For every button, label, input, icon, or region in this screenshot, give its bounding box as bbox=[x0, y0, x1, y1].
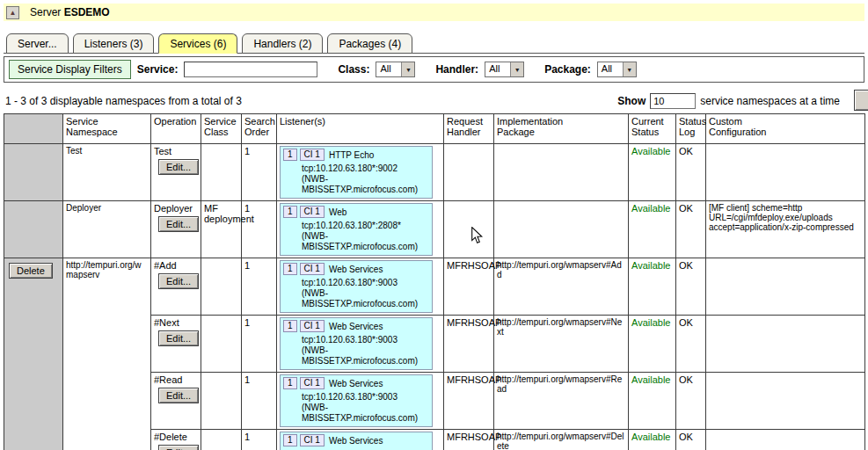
implementation-package-cell: http://tempuri.org/wmapserv#Add bbox=[494, 258, 629, 316]
service-row: TestTestEdit...11CI 1HTTP Echotcp:10.120… bbox=[4, 144, 865, 201]
tab-server[interactable]: Server... bbox=[6, 33, 69, 54]
tab-handlers-2[interactable]: Handlers (2) bbox=[242, 33, 323, 54]
listener-number: 1 bbox=[283, 434, 297, 446]
filter-bar: Service Display Filters Service: Class: … bbox=[4, 56, 864, 83]
search-order-cell: 1 bbox=[242, 430, 277, 450]
current-status-cell: Available bbox=[629, 373, 676, 430]
column-header: Listener(s) bbox=[277, 114, 444, 144]
listener-box: 1CI 1Webtcp:10.120.63.180*:2808*(NWB-MBI… bbox=[280, 203, 433, 256]
request-handler-cell: MFRHSOAP bbox=[444, 430, 494, 450]
show-count-input[interactable] bbox=[650, 93, 696, 109]
column-header: Implementation Package bbox=[494, 114, 629, 144]
edit-button[interactable]: Edit... bbox=[158, 445, 199, 450]
listener-number: 1 bbox=[283, 149, 297, 161]
column-header: Custom Configuration bbox=[706, 114, 865, 144]
table-body: TestTestEdit...11CI 1HTTP Echotcp:10.120… bbox=[4, 144, 865, 450]
listener-top-row: 1CI 1Web Services bbox=[283, 377, 429, 389]
operation-cell: #NextEdit... bbox=[151, 316, 201, 373]
listener-ci: CI 1 bbox=[300, 263, 325, 275]
listener-cell: 1CI 1Web Servicestcp:10.120.63.180*:9003… bbox=[277, 373, 444, 430]
status-log-cell: OK bbox=[676, 373, 706, 430]
listener-name: Web bbox=[327, 207, 346, 217]
custom-configuration-cell bbox=[706, 373, 865, 430]
listener-name: HTTP Echo bbox=[327, 150, 375, 160]
listener-host: (NWB-MBISSETXP.microfocus.com) bbox=[302, 174, 429, 195]
operation-cell: TestEdit... bbox=[151, 144, 201, 201]
services-table: Service NamespaceOperationService ClassS… bbox=[4, 113, 865, 450]
listener-name: Web Services bbox=[327, 322, 383, 331]
service-filter-label: Service: bbox=[137, 63, 179, 76]
service-namespace-cell: Deployer bbox=[63, 201, 151, 258]
operation-name: #Read bbox=[154, 374, 198, 385]
chevron-down-icon: ▼ bbox=[510, 62, 523, 76]
service-class-cell bbox=[201, 258, 242, 316]
custom-configuration-cell bbox=[706, 258, 865, 316]
package-filter-value: All bbox=[598, 62, 623, 76]
operation-name: Deployer bbox=[154, 203, 198, 214]
custom-configuration-cell bbox=[706, 144, 865, 201]
request-handler-cell: MFRHSOAP bbox=[444, 373, 494, 430]
current-status-cell: Available bbox=[629, 201, 676, 258]
listener-box: 1CI 1Web Servicestcp:10.120.63.180*:9003… bbox=[280, 317, 433, 370]
listener-name: Web Services bbox=[327, 265, 383, 274]
listener-box: 1CI 1HTTP Echotcp:10.120.63.180*:9002(NW… bbox=[280, 146, 433, 199]
listener-ci: CI 1 bbox=[300, 434, 325, 446]
class-filter-select[interactable]: All▼ bbox=[376, 62, 415, 77]
listener-cell: 1CI 1Web Servicestcp:10.120.63.180*:9003… bbox=[277, 430, 444, 450]
listener-ci: CI 1 bbox=[300, 377, 325, 389]
search-order-cell: 1 bbox=[242, 373, 277, 430]
listener-number: 1 bbox=[283, 377, 297, 389]
namespace-count-text: 1 - 3 of 3 displayable namespaces from a… bbox=[5, 95, 242, 107]
edit-button[interactable]: Edit... bbox=[158, 273, 199, 289]
listener-number: 1 bbox=[283, 206, 297, 218]
operation-name: #Add bbox=[154, 260, 198, 271]
listener-address: tcp:10.120.63.180*:9003 bbox=[302, 335, 429, 345]
service-filter-input[interactable] bbox=[184, 62, 317, 77]
handler-filter-select[interactable]: All▼ bbox=[485, 62, 524, 77]
listener-box: 1CI 1Web Servicestcp:10.120.63.180*:9003… bbox=[280, 374, 433, 427]
tab-listeners-3[interactable]: Listeners (3) bbox=[73, 33, 155, 54]
tab-services-6[interactable]: Services (6) bbox=[158, 33, 237, 54]
column-header: Search Order bbox=[242, 114, 277, 144]
service-class-cell bbox=[201, 316, 242, 373]
edit-button[interactable]: Edit... bbox=[158, 159, 199, 175]
tab-packages-4[interactable]: Packages (4) bbox=[327, 33, 412, 54]
service-class-cell: MF deployment bbox=[201, 201, 242, 258]
edit-button[interactable]: Edit... bbox=[158, 216, 199, 232]
implementation-package-cell bbox=[494, 201, 629, 258]
edit-button[interactable]: Edit... bbox=[158, 330, 199, 346]
class-filter-label: Class: bbox=[338, 63, 369, 76]
custom-configuration-cell: [MF client] scheme=http URL=/cgi/mfdeplo… bbox=[706, 201, 865, 258]
collapse-triangle-icon[interactable]: ▲ bbox=[6, 6, 19, 19]
column-header bbox=[4, 114, 63, 144]
package-filter-select[interactable]: All▼ bbox=[597, 62, 637, 77]
listener-address: tcp:10.120.63.180*:2808* bbox=[302, 221, 429, 231]
service-namespace-cell: http://tempuri.org/wmapserv bbox=[63, 258, 151, 450]
partial-button[interactable] bbox=[854, 90, 868, 111]
handler-filter-label: Handler: bbox=[435, 63, 478, 76]
server-label: Server bbox=[30, 6, 61, 18]
request-handler-cell bbox=[444, 144, 494, 201]
show-label: Show bbox=[617, 95, 646, 107]
service-class-cell bbox=[201, 144, 242, 201]
listener-cell: 1CI 1Web Servicestcp:10.120.63.180*:9003… bbox=[277, 258, 444, 316]
listener-address: tcp:10.120.63.180*:9003 bbox=[302, 278, 429, 288]
operation-name: #Next bbox=[154, 317, 198, 328]
column-header: Request Handler bbox=[444, 114, 494, 144]
filter-title: Service Display Filters bbox=[9, 60, 131, 79]
operation-name: Test bbox=[154, 146, 198, 156]
delete-cell bbox=[4, 144, 63, 201]
listener-host: (NWB-MBISSETXP.microfocus.com) bbox=[302, 345, 429, 367]
operation-cell: #ReadEdit... bbox=[151, 373, 201, 430]
mouse-cursor bbox=[470, 227, 484, 244]
delete-cell: Delete bbox=[4, 258, 63, 450]
delete-button[interactable]: Delete bbox=[9, 263, 53, 279]
request-handler-cell: MFRHSOAP bbox=[444, 258, 494, 316]
operation-cell: #DeleteEdit... bbox=[151, 430, 201, 450]
edit-button[interactable]: Edit... bbox=[158, 388, 199, 403]
column-header: Operation bbox=[151, 114, 201, 144]
listener-cell: 1CI 1Web Servicestcp:10.120.63.180*:9003… bbox=[277, 316, 444, 373]
class-filter-value: All bbox=[376, 62, 401, 76]
page: ▲ Server ESDEMO Server...Listeners (3)Se… bbox=[0, 0, 868, 450]
request-handler-cell bbox=[444, 201, 494, 258]
